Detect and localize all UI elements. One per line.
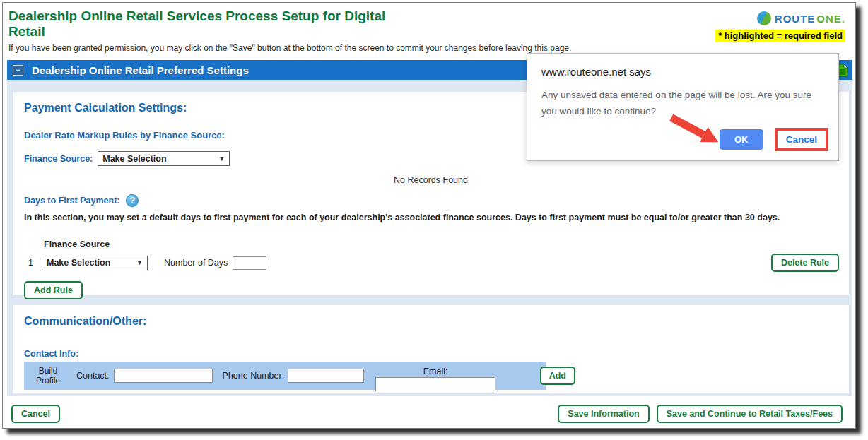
communication-panel: Communication/Other: Contact Info: Build… <box>13 305 849 393</box>
rule-finance-source-select-value: Make Selection <box>47 258 110 268</box>
days-to-first-payment-row: Days to First Payment: ? <box>24 194 838 207</box>
build-profile-line1: Build <box>31 366 65 376</box>
chevron-down-icon: ▼ <box>136 259 143 266</box>
chevron-down-icon: ▼ <box>218 155 225 162</box>
page-header: Dealership Online Retail Services Proces… <box>8 8 850 53</box>
finance-source-label: Finance Source: <box>24 154 93 164</box>
finance-source-select-value: Make Selection <box>102 154 166 164</box>
rule-index: 1 <box>28 258 35 268</box>
no-records-text: No Records Found <box>24 175 838 185</box>
section-title: Dealership Online Retail Preferred Setti… <box>32 64 249 76</box>
contact-info-label: Contact Info: <box>24 349 838 359</box>
delete-rule-button[interactable]: Delete Rule <box>771 254 839 272</box>
finance-source-select[interactable]: Make Selection ▼ <box>98 151 230 166</box>
page-title: Dealership Online Retail Services Proces… <box>8 8 390 40</box>
logo-block: ROUTE ONE. * highlighted = required fiel… <box>715 11 845 42</box>
dialog-title: www.routeone.net says <box>541 66 824 78</box>
rules-column-header: Finance Source <box>44 239 838 249</box>
save-and-continue-button[interactable]: Save and Continue to Retail Taxes/Fees <box>657 405 843 423</box>
rule-finance-source-select[interactable]: Make Selection ▼ <box>42 256 148 270</box>
browser-confirm-dialog: www.routeone.net says Any unsaved data e… <box>527 53 839 161</box>
save-information-button[interactable]: Save Information <box>558 405 649 423</box>
collapse-icon[interactable]: − <box>13 65 23 76</box>
footer-actions: Save Information Save and Continue to Re… <box>558 405 843 423</box>
phone-number-label: Phone Number: <box>223 371 285 381</box>
dialog-buttons: OK Cancel <box>720 128 828 151</box>
logo-text-one: ONE. <box>816 13 845 25</box>
add-contact-button[interactable]: Add <box>540 367 575 385</box>
footer-bar: Cancel Save Information Save and Continu… <box>3 396 855 428</box>
number-of-days-input[interactable] <box>233 256 266 270</box>
page-subtitle: If you have been granted permission, you… <box>8 43 850 53</box>
rule-row: 1 Make Selection ▼ Number of Days Delete… <box>24 254 838 272</box>
email-label: Email: <box>423 367 448 376</box>
dialog-message: Any unsaved data entered on the page wil… <box>541 88 819 120</box>
email-group: Email: <box>375 367 495 391</box>
screenshot-frame: Dealership Online Retail Services Proces… <box>2 2 856 429</box>
dialog-cancel-button[interactable]: Cancel <box>779 133 824 146</box>
contact-label: Contact: <box>76 371 110 381</box>
cancel-button[interactable]: Cancel <box>11 405 60 423</box>
required-field-note: * highlighted = required field <box>715 30 845 42</box>
help-icon[interactable]: ? <box>126 194 139 207</box>
communication-heading: Communication/Other: <box>24 315 838 328</box>
days-instruction-text: In this section, you may set a default d… <box>24 213 838 222</box>
build-profile-label: Build Profile <box>31 366 65 386</box>
email-input[interactable] <box>375 377 495 391</box>
logo-text-route: ROUTE <box>775 13 816 25</box>
routeone-logo: ROUTE ONE. <box>715 11 845 25</box>
contact-info-row: Build Profile Contact: Phone Number: Ema… <box>24 362 546 390</box>
dialog-ok-button[interactable]: OK <box>720 129 763 150</box>
add-rule-button[interactable]: Add Rule <box>24 281 83 299</box>
routeone-logo-icon <box>757 11 771 25</box>
contact-input[interactable] <box>114 369 213 383</box>
build-profile-line2: Profile <box>31 376 65 386</box>
number-of-days-label: Number of Days <box>164 258 228 268</box>
days-to-first-payment-label: Days to First Payment: <box>24 196 119 206</box>
phone-number-input[interactable] <box>288 369 364 383</box>
cancel-highlight-box: Cancel <box>775 128 828 151</box>
